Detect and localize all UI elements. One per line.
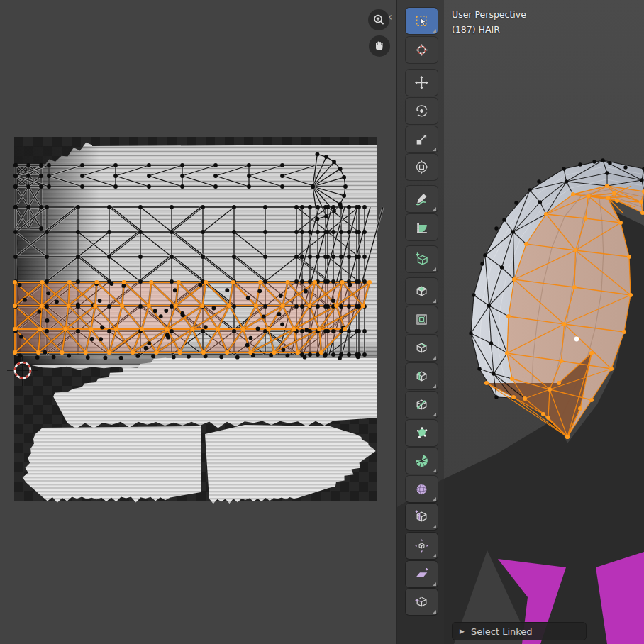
tool-group-indicator <box>433 356 436 360</box>
tool-group-indicator <box>433 525 436 528</box>
tool-loop-cut-button[interactable] <box>406 363 438 389</box>
knife-icon <box>414 397 429 412</box>
scale-icon <box>414 132 429 147</box>
tool-group-indicator <box>433 207 436 211</box>
zoom-in-button[interactable] <box>368 9 389 30</box>
rotate-icon <box>414 104 429 118</box>
tool-group-indicator <box>433 29 436 33</box>
inset-faces-icon <box>414 312 429 327</box>
tool-transform-button[interactable] <box>406 154 438 180</box>
tool-group-indicator <box>433 582 436 586</box>
tool-scale-button[interactable] <box>406 126 438 152</box>
tool-rotate-button[interactable] <box>406 98 438 124</box>
tool-edge-slide-button[interactable] <box>406 504 438 530</box>
tool-extrude-region-button[interactable] <box>406 278 438 304</box>
tool-knife-button[interactable] <box>406 392 438 418</box>
operator-panel-select-linked[interactable]: ▶ Select Linked <box>452 622 587 640</box>
select-box-icon <box>414 13 429 28</box>
tool-rip-region-button[interactable] <box>406 589 438 615</box>
viewport-3d[interactable]: User Perspective (187) HAIR ▶ Select Lin… <box>397 0 644 644</box>
zoom-in-icon <box>372 13 386 27</box>
cursor-icon <box>414 43 429 57</box>
measure-icon <box>414 220 429 235</box>
tool-group-indicator <box>433 497 436 501</box>
tool-group-indicator <box>433 299 436 303</box>
rip-region-icon <box>414 594 429 609</box>
tool-poly-build-button[interactable] <box>406 420 438 446</box>
tool-group-indicator <box>433 384 436 388</box>
tool-shear-button[interactable] <box>406 561 438 587</box>
pan-hand-icon <box>372 39 387 53</box>
tool-add-cube-button[interactable] <box>406 246 438 272</box>
tool-shrink-fatten-button[interactable] <box>406 533 438 559</box>
uv-image-editor[interactable]: ‹ <box>0 0 396 644</box>
tool-group-indicator <box>433 413 436 416</box>
loop-cut-icon <box>414 369 429 384</box>
pan-button[interactable] <box>369 35 390 57</box>
tool-group-indicator <box>433 267 436 271</box>
annotate-icon <box>414 191 429 206</box>
tool-measure-button[interactable] <box>406 214 438 240</box>
viewport-perspective-label: User Perspective <box>452 9 526 20</box>
tool-bevel-button[interactable] <box>406 335 438 361</box>
expand-triangle-icon: ▶ <box>460 628 465 635</box>
tool-inset-faces-button[interactable] <box>406 306 438 333</box>
poly-build-icon <box>414 426 429 440</box>
add-cube-icon <box>414 252 429 267</box>
move-icon <box>414 75 429 90</box>
tool-select-box-button[interactable] <box>406 8 438 34</box>
tool-move-button[interactable] <box>406 70 438 96</box>
operator-panel-label: Select Linked <box>471 626 533 637</box>
viewport-toolbar <box>397 0 444 644</box>
tool-annotate-button[interactable] <box>406 186 438 212</box>
blender-window: { "viewport_header": { "line1": "User Pe… <box>0 0 644 644</box>
bevel-icon <box>414 340 429 355</box>
uv-canvas[interactable] <box>0 0 396 644</box>
tool-group-indicator <box>433 610 436 614</box>
tool-group-indicator <box>433 148 436 151</box>
tool-group-indicator <box>433 469 436 472</box>
edge-slide-icon <box>414 509 429 524</box>
shrink-fatten-icon <box>414 538 429 553</box>
shear-icon <box>414 567 429 582</box>
extrude-region-icon <box>414 284 429 299</box>
viewport-object-label: (187) HAIR <box>452 24 500 35</box>
chevron-left-icon[interactable]: ‹ <box>388 12 392 23</box>
spin-icon <box>414 453 429 468</box>
smooth-icon <box>414 482 429 496</box>
tool-group-indicator <box>433 554 436 557</box>
transform-icon <box>414 160 429 174</box>
tool-smooth-button[interactable] <box>406 476 438 502</box>
tool-spin-button[interactable] <box>406 448 438 474</box>
tool-cursor-button[interactable] <box>406 37 438 63</box>
